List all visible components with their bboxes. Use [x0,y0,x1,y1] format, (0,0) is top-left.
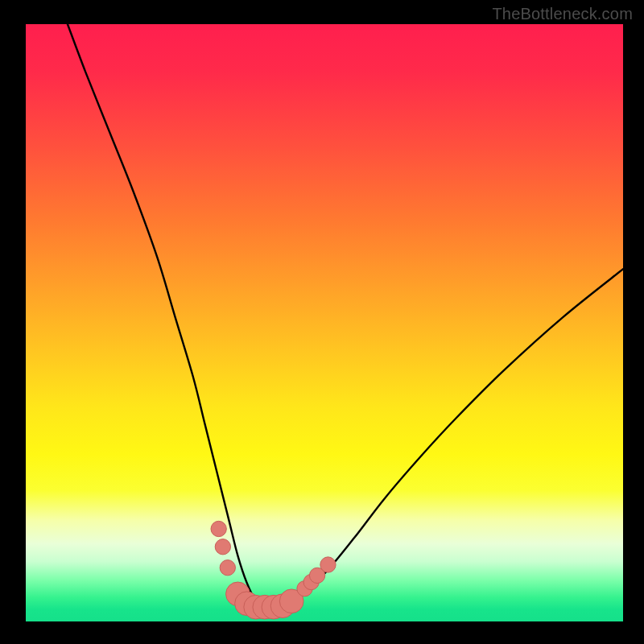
watermark-text: TheBottleneck.com [492,5,633,23]
chart-frame: TheBottleneck.com [0,0,644,644]
curve-marker [220,560,235,576]
curve-markers [211,521,336,619]
bottleneck-curve [68,24,623,608]
curve-marker [215,539,230,555]
plot-area [26,24,623,621]
curve-marker [211,521,226,536]
chart-svg [26,24,623,621]
curve-marker [320,557,336,572]
